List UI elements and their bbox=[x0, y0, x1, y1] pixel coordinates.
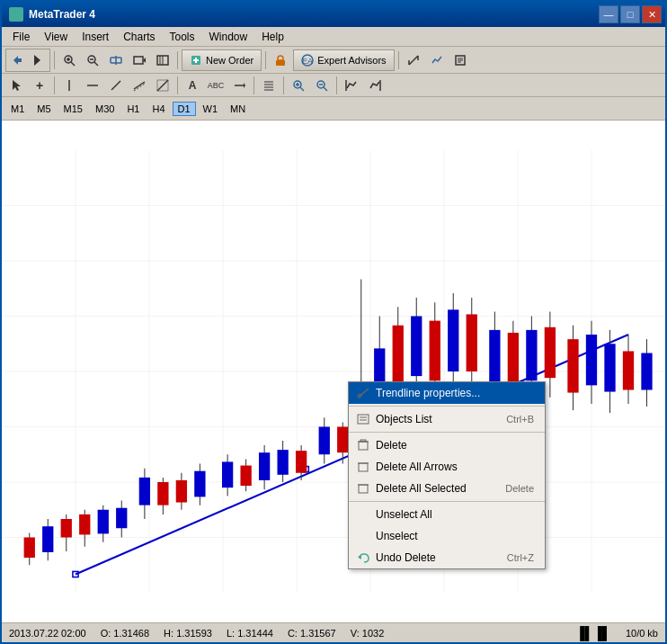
back-button[interactable] bbox=[6, 49, 28, 71]
toolbar-main: New Order EA Expert Advisors bbox=[2, 47, 665, 74]
status-volume: V: 1032 bbox=[351, 628, 385, 639]
main-window: MetaTrader 4 — □ ✕ File View Insert Char… bbox=[0, 0, 667, 644]
ctx-unselect[interactable]: Unselect bbox=[349, 525, 545, 547]
status-close: C: 1.31567 bbox=[288, 628, 336, 639]
ctx-delete-all-selected[interactable]: Delete All Selected Delete bbox=[349, 478, 545, 499]
svg-rect-138 bbox=[641, 353, 652, 390]
status-bars: 10/0 kb bbox=[626, 628, 658, 639]
regression-tool[interactable] bbox=[152, 75, 173, 96]
tf-mn[interactable]: MN bbox=[225, 102, 251, 116]
svg-rect-86 bbox=[139, 478, 150, 505]
horizontal-line-tool[interactable] bbox=[82, 75, 103, 96]
cursor-tool[interactable] bbox=[5, 75, 27, 96]
svg-rect-94 bbox=[222, 461, 233, 487]
tf-h4[interactable]: H4 bbox=[147, 102, 170, 116]
svg-line-36 bbox=[157, 80, 168, 91]
periodicity-button[interactable] bbox=[152, 49, 173, 71]
ctx-unselect-all[interactable]: Unselect All bbox=[349, 504, 545, 525]
zoom-chart-button[interactable] bbox=[288, 75, 309, 96]
svg-rect-90 bbox=[176, 480, 187, 503]
ctx-sep2 bbox=[349, 432, 545, 433]
menu-file[interactable]: File bbox=[5, 29, 37, 45]
tf-w1[interactable]: W1 bbox=[198, 102, 224, 116]
zoom-out-chart-button[interactable] bbox=[311, 75, 333, 96]
window-title: MetaTrader 4 bbox=[29, 8, 95, 21]
svg-rect-12 bbox=[134, 57, 143, 64]
svg-line-33 bbox=[111, 81, 120, 90]
menu-window[interactable]: Window bbox=[202, 29, 255, 45]
vertical-line-tool[interactable] bbox=[58, 75, 80, 96]
svg-rect-88 bbox=[157, 482, 168, 505]
menu-charts[interactable]: Charts bbox=[116, 29, 162, 45]
timeframe-toolbar: M1 M5 M15 M30 H1 H4 D1 W1 MN bbox=[2, 97, 665, 121]
auto-scroll-button[interactable] bbox=[129, 49, 150, 71]
svg-line-49 bbox=[324, 87, 327, 91]
tf-h1[interactable]: H1 bbox=[121, 102, 145, 116]
svg-line-8 bbox=[94, 62, 98, 66]
svg-rect-20 bbox=[276, 60, 285, 66]
svg-rect-100 bbox=[277, 450, 288, 475]
ctx-objects-list[interactable]: Objects List Ctrl+B bbox=[349, 408, 545, 430]
forward-button[interactable] bbox=[28, 49, 49, 71]
svg-rect-136 bbox=[623, 351, 634, 389]
tf-d1[interactable]: D1 bbox=[173, 102, 196, 116]
trendline-tool[interactable] bbox=[105, 75, 127, 96]
tf-m30[interactable]: M30 bbox=[90, 102, 120, 116]
svg-rect-76 bbox=[42, 526, 53, 552]
ctx-undo-delete-label: Undo Delete bbox=[376, 551, 502, 564]
ctx-delete-all-arrows[interactable]: Delete All Arrows bbox=[349, 456, 545, 478]
ctx-delete-label: Delete bbox=[376, 439, 534, 452]
maximize-button[interactable]: □ bbox=[620, 5, 640, 23]
svg-rect-92 bbox=[194, 471, 205, 497]
minimize-button[interactable]: — bbox=[599, 5, 618, 23]
chart-area[interactable]: Trendline properties... Objects List Ctr… bbox=[2, 121, 665, 622]
svg-line-23 bbox=[409, 56, 418, 65]
channel-tool[interactable] bbox=[129, 75, 150, 96]
undo-icon bbox=[356, 550, 370, 565]
ctx-trendline-properties[interactable]: Trendline properties... bbox=[349, 382, 545, 404]
svg-rect-84 bbox=[116, 508, 127, 529]
text-tool[interactable]: A bbox=[182, 75, 203, 96]
svg-marker-30 bbox=[13, 80, 21, 91]
ctx-sep3 bbox=[349, 501, 545, 502]
svg-rect-149 bbox=[359, 485, 368, 493]
status-high: H: 1.31593 bbox=[164, 628, 212, 639]
trendline-icon bbox=[356, 386, 370, 400]
arrow-tool[interactable] bbox=[228, 75, 250, 96]
zoom-in-button[interactable] bbox=[58, 49, 80, 71]
unselect-all-icon bbox=[356, 507, 370, 522]
fibonacci-tool[interactable] bbox=[258, 75, 280, 96]
ctx-trendline-label: Trendline properties... bbox=[376, 387, 534, 399]
chart-fit-button[interactable] bbox=[364, 75, 386, 96]
tf-m5[interactable]: M5 bbox=[31, 102, 56, 116]
zoom-out-button[interactable] bbox=[82, 49, 103, 71]
sep9 bbox=[336, 76, 337, 94]
template-button[interactable] bbox=[449, 49, 471, 71]
menu-tools[interactable]: Tools bbox=[163, 29, 202, 45]
chart-type-button[interactable] bbox=[403, 49, 424, 71]
tf-m1[interactable]: M1 bbox=[5, 102, 30, 116]
svg-marker-39 bbox=[244, 83, 245, 88]
chart-shift-button[interactable] bbox=[341, 75, 362, 96]
abc-tool[interactable]: ABC bbox=[205, 75, 227, 96]
svg-rect-118 bbox=[448, 309, 458, 371]
ctx-delete[interactable]: Delete bbox=[349, 434, 545, 456]
new-order-button[interactable]: New Order bbox=[182, 49, 262, 71]
toolbar-drawing: + A ABC bbox=[2, 74, 665, 97]
indicator-button[interactable] bbox=[426, 49, 448, 71]
ctx-undo-delete[interactable]: Undo Delete Ctrl+Z bbox=[349, 547, 545, 568]
crosshair-tool[interactable]: + bbox=[29, 75, 50, 96]
menu-insert[interactable]: Insert bbox=[75, 29, 116, 45]
lock-icon[interactable] bbox=[270, 49, 291, 71]
svg-rect-146 bbox=[360, 440, 366, 442]
status-bars-icon: ▐▌▐▌ bbox=[575, 626, 611, 640]
status-bar: 2013.07.22 02:00 O: 1.31468 H: 1.31593 L… bbox=[2, 622, 665, 642]
svg-rect-78 bbox=[61, 519, 72, 538]
ctx-delete-selected-shortcut: Delete bbox=[505, 483, 534, 494]
menu-help[interactable]: Help bbox=[254, 29, 291, 45]
menu-view[interactable]: View bbox=[37, 29, 75, 45]
chart-scroll-button[interactable] bbox=[105, 49, 127, 71]
expert-advisors-button[interactable]: EA Expert Advisors bbox=[293, 49, 394, 71]
close-button[interactable]: ✕ bbox=[642, 5, 662, 23]
tf-m15[interactable]: M15 bbox=[58, 102, 88, 116]
